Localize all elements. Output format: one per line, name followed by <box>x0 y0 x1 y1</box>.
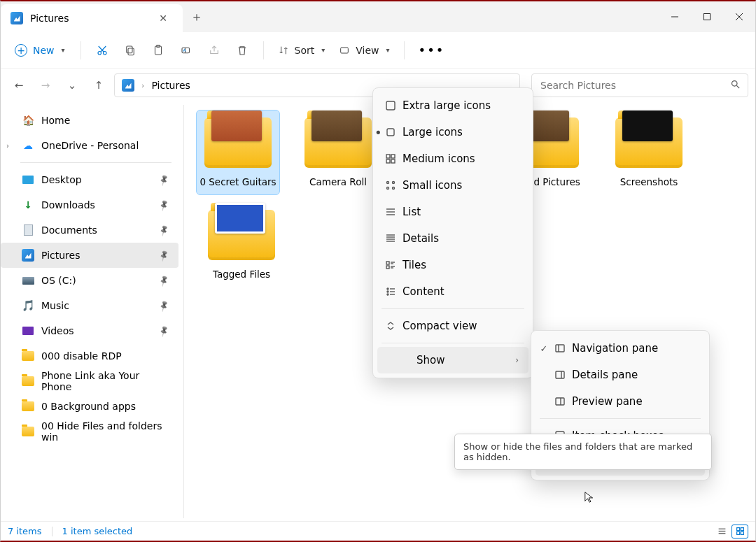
pictures-icon <box>10 12 23 24</box>
chevron-right-icon[interactable]: › <box>6 142 9 150</box>
folder-icon <box>203 115 273 171</box>
window-controls <box>659 1 755 32</box>
svg-rect-24 <box>386 101 395 110</box>
item-label: Tagged Files <box>213 269 270 280</box>
more-button[interactable]: ••• <box>412 43 452 57</box>
menu-item-medium-icons[interactable]: Medium icons <box>377 145 528 172</box>
search-input[interactable] <box>539 79 724 92</box>
sidebar-item-home[interactable]: 🏠 Home <box>1 108 178 133</box>
status-item-count: 7 items <box>8 526 42 536</box>
preview-pane-icon <box>554 396 566 407</box>
svg-rect-1 <box>704 14 710 20</box>
sidebar-item-music[interactable]: 🎵Music <box>1 293 178 318</box>
new-tab-button[interactable]: ＋ <box>183 1 211 32</box>
folder-icon <box>206 207 276 263</box>
folder-icon: ↓ <box>22 199 34 211</box>
sort-button[interactable]: Sort ▾ <box>271 41 332 60</box>
folder-icon <box>22 375 34 387</box>
large-icons-view-button[interactable] <box>732 525 748 539</box>
menu-item-compact-view[interactable]: Compact view <box>377 313 528 339</box>
sidebar-item-documents[interactable]: Documents <box>1 217 178 243</box>
sidebar-item-downloads[interactable]: ↓Downloads <box>1 192 178 217</box>
forward-button[interactable]: → <box>34 74 57 97</box>
new-button[interactable]: + New ▾ <box>6 40 74 61</box>
svg-rect-8 <box>128 48 134 55</box>
sidebar-item-phone-link-aka-your-phone[interactable]: Phone Link aka Your Phone <box>1 369 178 394</box>
folder-icon <box>22 400 34 413</box>
sidebar-item-desktop[interactable]: Desktop <box>1 167 178 192</box>
up-button[interactable]: ↑ <box>88 74 110 97</box>
svg-text:A: A <box>183 48 186 52</box>
folder-item[interactable]: Tagged Files <box>200 207 284 280</box>
sidebar-item-00-hide-files-and-folders-win[interactable]: 00 Hide Files and folders win <box>1 419 178 444</box>
cut-button[interactable] <box>88 36 116 64</box>
menu-item-extra-large-icons[interactable]: Extra large icons <box>377 92 528 119</box>
svg-point-32 <box>387 187 389 190</box>
medium-icons-icon <box>384 153 397 164</box>
paste-button[interactable] <box>144 36 172 64</box>
menu-item-preview-pane[interactable]: Preview pane <box>536 388 705 415</box>
toolbar: + New ▾ A Sort ▾ View ▾ ••• <box>1 32 755 69</box>
small-icons-icon <box>384 180 397 191</box>
recent-locations-button[interactable]: ⌄ <box>61 74 83 97</box>
share-button[interactable] <box>200 36 228 64</box>
menu-item-large-icons[interactable]: • Large icons <box>377 119 528 145</box>
menu-item-tiles[interactable]: Tiles <box>377 252 528 278</box>
copy-button[interactable] <box>116 36 144 64</box>
large-icons-icon <box>384 127 397 138</box>
tab-pictures[interactable]: Pictures ✕ <box>1 4 183 32</box>
svg-rect-29 <box>391 159 395 163</box>
sidebar-item-pictures[interactable]: Pictures <box>1 243 178 268</box>
svg-rect-28 <box>386 159 390 163</box>
menu-item-list[interactable]: List <box>377 199 528 225</box>
svg-rect-44 <box>386 266 389 269</box>
folder-icon <box>614 115 684 171</box>
view-label: View <box>356 45 379 56</box>
pictures-icon <box>122 79 134 92</box>
folder-icon <box>22 425 34 438</box>
menu-item-details[interactable]: Details <box>377 225 528 252</box>
tiles-icon <box>384 259 397 271</box>
menu-item-navigation-pane[interactable]: ✓ Navigation pane <box>536 335 705 362</box>
view-button[interactable]: View ▾ <box>332 41 396 60</box>
mouse-cursor-icon <box>584 491 596 506</box>
folder-item[interactable]: Screenshots <box>607 115 691 187</box>
sidebar-item-onedrive[interactable]: › ☁ OneDrive - Personal <box>1 133 178 158</box>
sidebar-item-0-background-apps[interactable]: 0 Background apps <box>1 394 178 419</box>
navigation-pane[interactable]: 🏠 Home › ☁ OneDrive - Personal Desktop↓D… <box>1 102 184 521</box>
folder-icon <box>22 325 34 337</box>
tab-close-button[interactable]: ✕ <box>155 10 172 27</box>
details-view-button[interactable] <box>713 525 730 539</box>
folder-icon <box>22 249 34 262</box>
rename-button[interactable]: A <box>172 36 200 64</box>
svg-rect-41 <box>386 262 389 264</box>
content-icon <box>384 286 397 297</box>
titlebar: Pictures ✕ ＋ <box>1 1 755 32</box>
item-label: Camera Roll <box>309 176 367 187</box>
back-button[interactable]: ← <box>8 74 30 97</box>
menu-item-show[interactable]: Show › <box>377 347 528 373</box>
sidebar-item-videos[interactable]: Videos <box>1 318 178 343</box>
menu-item-small-icons[interactable]: Small icons <box>377 172 528 199</box>
maximize-button[interactable] <box>691 1 723 32</box>
sidebar-item-os-c-[interactable]: OS (C:) <box>1 268 178 293</box>
folder-item[interactable]: 0 Secret Guitars <box>196 110 280 195</box>
search-icon[interactable] <box>730 79 741 92</box>
delete-button[interactable] <box>228 36 256 64</box>
details-icon <box>384 233 397 244</box>
folder-icon <box>303 115 373 171</box>
menu-item-content[interactable]: Content <box>377 278 528 305</box>
search-box[interactable] <box>531 73 748 97</box>
folder-icon <box>22 173 34 186</box>
minimize-button[interactable] <box>659 1 691 32</box>
folder-item[interactable]: Camera Roll <box>296 115 380 187</box>
sidebar-item-000-disable-rdp[interactable]: 000 disable RDP <box>1 343 178 369</box>
svg-point-51 <box>387 294 388 295</box>
svg-rect-22 <box>736 532 739 534</box>
status-selection: 1 item selected <box>62 526 133 536</box>
menu-item-details-pane[interactable]: Details pane <box>536 362 705 388</box>
close-button[interactable] <box>723 1 755 32</box>
breadcrumb[interactable]: Pictures <box>151 80 190 91</box>
chevron-right-icon: › <box>141 81 144 90</box>
svg-rect-14 <box>341 48 349 53</box>
